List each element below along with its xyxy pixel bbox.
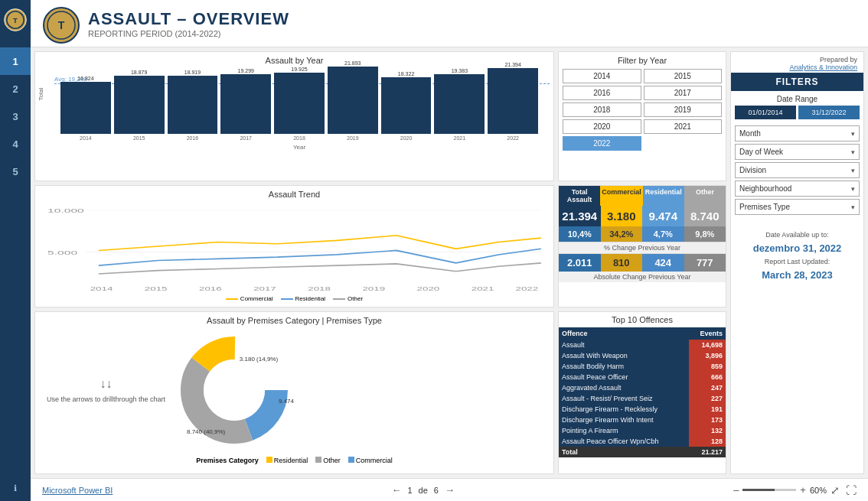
svg-point-22 (204, 359, 265, 421)
sidebar-item-3[interactable]: 3 (0, 102, 31, 130)
filter-dropdown-label: Day of Week (739, 148, 783, 156)
bar (488, 68, 538, 134)
middle-row: Assault Trend 10.000 5.000 (34, 185, 726, 307)
bar (168, 76, 218, 134)
offence-events: 191 (689, 404, 726, 415)
bottom-row: Assault by Premises Category | Premises … (34, 311, 726, 474)
stat-pct-other: 9,8% (684, 226, 726, 242)
total-label: Total (559, 447, 689, 457)
svg-text:8.740 (40,9%): 8.740 (40,9%) (187, 428, 226, 435)
bar-group: 16.824 2014 (60, 76, 111, 141)
powerbi-link[interactable]: Microsoft Power BI (42, 486, 113, 495)
bar-year: 2020 (400, 135, 413, 141)
offence-name: Aggravated Assault (559, 382, 689, 393)
filter-year-btn[interactable]: 2022 (563, 136, 641, 151)
bar-group: 18.879 2015 (114, 70, 165, 141)
stat-abs-commercial: 810 (601, 254, 643, 272)
filter-dropdown[interactable]: Neighbourhood▾ (735, 181, 860, 197)
zoom-minus-btn[interactable]: – (733, 484, 739, 496)
events-col-header: Events (689, 327, 726, 340)
bar-group: 21.394 2022 (488, 62, 538, 141)
table-row: Assault Peace Officer Wpn/Cbh 128 (559, 436, 726, 447)
filter-dropdown[interactable]: Premises Type▾ (735, 199, 860, 215)
filter-dropdown[interactable]: Day of Week▾ (735, 144, 860, 160)
date-range-row: 01/01/2014 31/12/2022 (731, 106, 863, 123)
stat-value-total: 21.394 (559, 206, 601, 226)
bar (434, 74, 485, 134)
header-title-block: ASSAULT – OVERVIEW REPORTING PERIOD (201… (88, 9, 289, 38)
offence-col-header: Offence (559, 327, 689, 340)
stat-abs-other: 777 (684, 254, 726, 272)
filter-year-btn[interactable]: 2021 (644, 119, 723, 134)
legend-commercial-dot: Commercial (348, 457, 393, 464)
filter-year-btn[interactable]: 2019 (644, 102, 723, 117)
page-total: 6 (434, 486, 439, 495)
svg-text:2021: 2021 (472, 286, 494, 291)
offence-table: Offence Events Assault 14,698 Assault Wi… (559, 327, 726, 457)
bar-value: 18.322 (398, 71, 414, 76)
offence-name: Assault Bodily Harm (559, 361, 689, 372)
filter-year-btn[interactable]: 2018 (563, 102, 641, 117)
offence-name: Discharge Firearm - Recklessly (559, 404, 689, 415)
table-row: Assault Peace Officer 666 (559, 372, 726, 382)
bar-year: 2014 (80, 135, 92, 141)
sidebar-item-5[interactable]: 5 (0, 158, 31, 185)
fullscreen-icon[interactable]: ⛶ (846, 484, 857, 496)
prev-page-btn[interactable]: ← (391, 484, 401, 496)
header: T ASSAULT – OVERVIEW REPORTING PERIOD (2… (31, 0, 868, 47)
trend-title: Assault Trend (39, 190, 550, 199)
chevron-down-icon: ▾ (851, 130, 855, 138)
filter-dropdown[interactable]: Division▾ (735, 162, 860, 178)
bar-chart-panel: Assault by Year Total Avg: 19,249 16.824… (34, 51, 554, 181)
svg-text:9.474 (44,3%): 9.474 (44,3%) (279, 398, 295, 405)
prepared-by: Prepared by Analytics & Innovation (731, 52, 863, 73)
bar (274, 73, 325, 134)
analytics-link[interactable]: Analytics & Innovation (789, 63, 857, 71)
donut-legend: Premises Category Residential Other Comm… (39, 457, 550, 464)
next-page-btn[interactable]: → (445, 484, 455, 496)
x-axis-label: Year (53, 144, 546, 151)
offence-events: 247 (689, 382, 726, 393)
zoom-plus-btn[interactable]: + (800, 484, 806, 496)
donut-svg: 3.180 (14,9%) 9.474 (44,3%) 8.740 (40,9%… (173, 330, 295, 449)
svg-text:T: T (58, 19, 65, 31)
filter-year-btn[interactable]: 2017 (644, 86, 723, 100)
svg-text:5.000: 5.000 (47, 249, 77, 256)
page-subtitle: REPORTING PERIOD (2014-2022) (88, 29, 289, 38)
svg-text:2015: 2015 (145, 286, 168, 291)
date-start-btn[interactable]: 01/01/2014 (735, 106, 796, 119)
page-current: 1 (407, 486, 412, 495)
offence-events: 14,698 (689, 340, 726, 350)
bar (328, 67, 378, 134)
stats-abs: 2.011 810 424 777 (559, 254, 726, 272)
date-end-btn[interactable]: 31/12/2022 (798, 106, 860, 119)
filter-dropdown[interactable]: Month▾ (735, 125, 860, 142)
bar-value: 21.893 (344, 60, 361, 66)
filter-year-btn[interactable]: 2015 (644, 69, 723, 83)
filter-year-btn[interactable]: 2016 (563, 86, 641, 100)
donut-arrows[interactable]: ↓↓ (100, 377, 113, 391)
sidebar-item-2[interactable]: 2 (0, 75, 31, 102)
bar-group: 21.893 2019 (328, 60, 378, 141)
stat-pct-residential: 4,7% (642, 226, 684, 242)
header-logo: T (42, 6, 77, 41)
table-row: Assault Bodily Harm 859 (559, 361, 726, 372)
offence-name: Assault Peace Officer (559, 372, 689, 382)
zoom-slider[interactable] (742, 489, 796, 491)
filter-year-btn[interactable]: 2020 (563, 119, 641, 134)
sidebar-item-1[interactable]: 1 (0, 47, 31, 75)
dashboard: Assault by Year Total Avg: 19,249 16.824… (31, 47, 868, 478)
bar-value: 19.299 (238, 68, 254, 73)
abs-label: Absolute Change Previous Year (559, 272, 726, 282)
expand-icon[interactable]: ⤢ (830, 484, 840, 496)
filter-year-btn[interactable]: 2014 (563, 69, 641, 83)
filter-dropdown-label: Neighbourhood (739, 184, 791, 193)
bar-year: 2016 (187, 135, 199, 141)
bar-year: 2022 (507, 135, 519, 141)
page-de: de (419, 486, 428, 495)
sidebar-item-4[interactable]: 4 (0, 130, 31, 158)
filter-panel: Filter by Year 2014201520162017201820192… (558, 51, 726, 181)
report-updated-label: Report Last Updated: (731, 255, 863, 268)
bottom-bar: Microsoft Power BI ← 1 de 6 → – + 60% ⤢ … (31, 478, 868, 501)
offence-name: Assault With Weapon (559, 350, 689, 361)
